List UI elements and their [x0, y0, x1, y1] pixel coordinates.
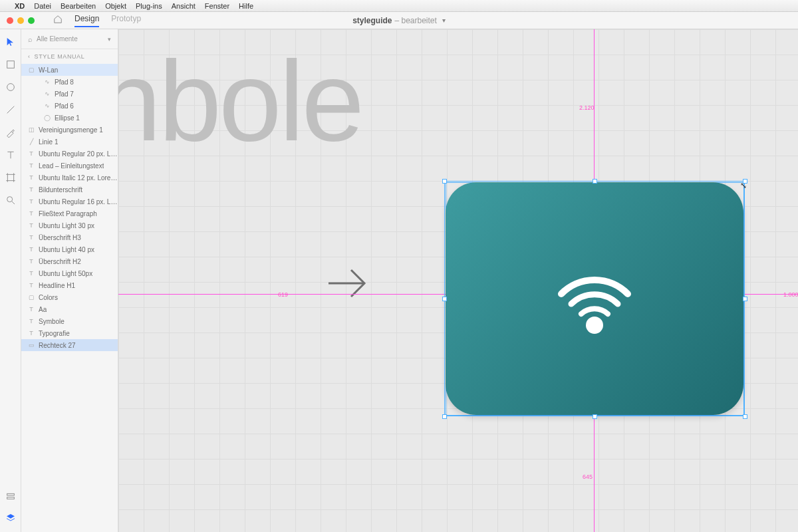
layer-row[interactable]: ╱Linie 1 [21, 136, 118, 148]
layer-label: Pfad 8 [55, 78, 74, 86]
text-icon: T [28, 330, 35, 336]
document-title[interactable]: styleguide – bearbeitet ▾ [352, 16, 446, 25]
svg-rect-6 [7, 493, 14, 495]
layer-row[interactable]: ▢W-Lan [21, 64, 118, 76]
layer-row[interactable]: TUbuntu Regular 20 px. Lor… [21, 148, 118, 160]
layer-label: Vereinigungsmenge 1 [39, 126, 103, 134]
path-icon: ∿ [44, 78, 51, 85]
layer-row[interactable]: ∿Pfad 6 [21, 100, 118, 112]
window-controls [0, 17, 41, 24]
layer-row[interactable]: TÜberschrift H3 [21, 231, 118, 243]
layer-row[interactable]: ◫Vereinigungsmenge 1 [21, 124, 118, 136]
text-icon: T [28, 318, 35, 325]
layer-label: Ubuntu Italic 12 px. Lorem… [39, 174, 118, 182]
layer-row[interactable]: TUbuntu Light 50px [21, 267, 118, 279]
layer-row[interactable]: TTypografie [21, 327, 118, 339]
search-icon: ⌕ [28, 35, 33, 43]
layer-row[interactable]: ∿Pfad 8 [21, 76, 118, 88]
svg-line-5 [12, 201, 15, 204]
artboard-tool[interactable] [5, 172, 17, 184]
resize-handle-se[interactable] [743, 414, 747, 419]
layer-label: W-Lan [39, 66, 58, 74]
layer-row[interactable]: TBildunterschrift [21, 184, 118, 196]
layer-row[interactable]: TAa [21, 303, 118, 315]
layer-label: Lead – Einleitungstext [39, 162, 104, 170]
layer-row[interactable]: TUbuntu Italic 12 px. Lorem… [21, 172, 118, 184]
layer-row[interactable]: ◯Ellipse 1 [21, 112, 118, 124]
resize-handle-s[interactable] [593, 414, 597, 419]
layer-row[interactable]: ▢Colors [21, 291, 118, 303]
layers-panel-icon[interactable] [5, 512, 17, 524]
svg-rect-7 [7, 497, 14, 499]
layer-row[interactable]: ▭Rechteck 27 [21, 339, 118, 351]
minimize-window-button[interactable] [17, 17, 24, 24]
tab-design[interactable]: Design [74, 14, 99, 27]
mode-tabs: Design Prototyp [74, 14, 141, 27]
layer-row[interactable]: TUbuntu Regular 16 px. Lor… [21, 196, 118, 207]
menu-ansicht[interactable]: Ansicht [172, 2, 196, 10]
maximize-window-button[interactable] [28, 17, 35, 24]
layer-row[interactable]: TUbuntu Light 40 px [21, 243, 118, 255]
arrow-right-icon [326, 262, 368, 307]
layer-label: Überschrift H2 [39, 258, 81, 265]
layer-row[interactable]: TSymbole [21, 315, 118, 327]
resize-handle-n[interactable] [593, 179, 597, 184]
resize-handle-sw[interactable] [442, 414, 447, 419]
canvas[interactable]: nbole 619 2.120 1.000 645 ⤡ [118, 29, 798, 532]
rectangle-tool[interactable] [5, 59, 17, 70]
text-icon: T [28, 258, 35, 265]
layer-label: Pfad 7 [55, 90, 74, 98]
pen-tool[interactable] [5, 126, 17, 138]
svg-point-4 [7, 197, 12, 202]
layer-row[interactable]: TFließtext Paragraph [21, 207, 118, 219]
layer-label: Rechteck 27 [39, 342, 76, 349]
text-icon: T [28, 246, 35, 253]
select-tool[interactable] [5, 36, 17, 48]
text-icon: T [28, 306, 35, 313]
text-tool[interactable] [5, 149, 17, 161]
tool-strip [0, 29, 21, 532]
app-name[interactable]: XD [15, 2, 25, 10]
menu-objekt[interactable]: Objekt [105, 2, 126, 10]
assets-panel-icon[interactable] [5, 491, 17, 503]
layer-label: Ellipse 1 [55, 114, 80, 122]
menu-fenster[interactable]: Fenster [205, 2, 229, 10]
layers-search[interactable]: ⌕ Alle Elemente ▾ [21, 29, 118, 49]
search-placeholder: Alle Elemente [37, 35, 104, 43]
zoom-tool[interactable] [5, 194, 17, 206]
layer-label: Colors [39, 294, 58, 301]
menu-plugins[interactable]: Plug-ins [136, 2, 162, 10]
layer-row[interactable]: ∿Pfad 7 [21, 88, 118, 100]
guide-label-645: 645 [583, 473, 593, 480]
layer-label: Ubuntu Regular 20 px. Lor… [39, 150, 118, 158]
chevron-down-icon: ▾ [442, 17, 446, 24]
close-window-button[interactable] [7, 17, 13, 24]
tab-prototype[interactable]: Prototyp [111, 14, 141, 27]
layer-row[interactable]: TÜberschrift H2 [21, 255, 118, 267]
folder-icon: ▢ [28, 66, 35, 73]
resize-handle-w[interactable] [442, 297, 447, 301]
text-icon: T [28, 186, 35, 193]
layer-row[interactable]: TLead – Einleitungstext [21, 160, 118, 172]
menu-bearbeiten[interactable]: Bearbeiten [61, 2, 96, 10]
resize-handle-e[interactable] [743, 297, 747, 301]
app-toolbar: Design Prototyp styleguide – bearbeitet … [0, 12, 798, 29]
resize-cursor-icon: ⤡ [740, 181, 747, 190]
breadcrumb-back[interactable]: ‹ STYLE MANUAL [21, 49, 118, 64]
chevron-down-icon[interactable]: ▾ [108, 36, 111, 43]
ellipse-tool[interactable] [5, 81, 17, 93]
svg-point-1 [7, 84, 14, 91]
menu-datei[interactable]: Datei [34, 2, 51, 10]
layer-label: Linie 1 [39, 138, 58, 146]
home-icon[interactable] [53, 15, 63, 27]
text-icon: T [28, 174, 35, 181]
resize-handle-nw[interactable] [442, 179, 447, 184]
menu-hilfe[interactable]: Hilfe [239, 2, 253, 10]
layer-row[interactable]: TUbuntu Light 30 px [21, 219, 118, 231]
path-icon: ∿ [44, 102, 51, 109]
folder-icon: ▢ [28, 294, 35, 301]
layer-row[interactable]: THeadline H1 [21, 279, 118, 291]
combine-icon: ◫ [28, 126, 35, 133]
line-tool[interactable] [5, 104, 17, 116]
svg-rect-3 [7, 174, 13, 180]
